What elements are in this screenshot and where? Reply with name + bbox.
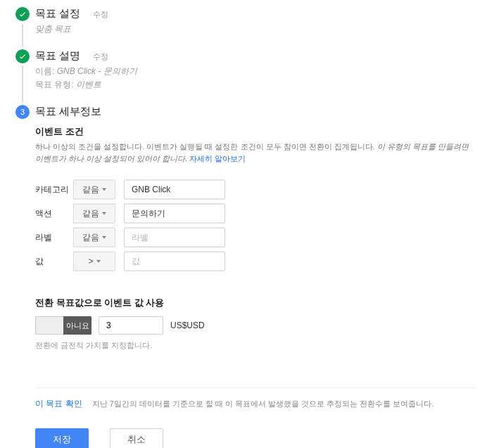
step-number-icon: 3 bbox=[15, 105, 30, 119]
verify-goal-link[interactable]: 이 목표 확인 bbox=[35, 398, 82, 410]
conversion-toggle-no[interactable]: 아니요 bbox=[63, 316, 91, 335]
step2-title[interactable]: 목표 설명 bbox=[35, 49, 80, 63]
step-goal-setup: 목표 설정 수정 맞춤 목표 bbox=[10, 7, 477, 46]
conversion-section: 전환 목표값으로 이벤트 값 사용 아니요 US$USD 전환에 금전적 가치를… bbox=[35, 297, 477, 351]
cancel-button[interactable]: 취소 bbox=[110, 428, 163, 448]
cond-input-action[interactable] bbox=[124, 204, 225, 223]
conversion-title: 전환 목표값으로 이벤트 값 사용 bbox=[35, 297, 477, 309]
check-icon bbox=[15, 7, 30, 21]
cond-label-label: 라벨 bbox=[35, 232, 73, 244]
cond-op-select-action[interactable]: 같음 bbox=[73, 204, 115, 223]
cond-op-select-label[interactable]: 같음 bbox=[73, 228, 115, 247]
step-goal-details: 3 목표 세부정보 이벤트 조건 하나 이상의 조건을 설정합니다. 이벤트가 … bbox=[10, 105, 477, 448]
conversion-desc: 전환에 금전적 가치를 지정합니다. bbox=[35, 340, 477, 351]
verify-row: 이 목표 확인 지난 7일간의 데이터를 기준으로 할 때 이 목표에서 발생했… bbox=[35, 387, 477, 410]
conversion-toggle-yes[interactable] bbox=[35, 316, 63, 335]
cond-label-category: 카테고리 bbox=[35, 184, 73, 196]
cond-row-category: 카테고리 같음 bbox=[35, 180, 477, 199]
step2-name: 이름: GNB Click - 문의하기 bbox=[35, 66, 477, 77]
step1-title[interactable]: 목표 설정 bbox=[35, 7, 80, 20]
chevron-down-icon bbox=[102, 212, 106, 215]
step1-edit-link[interactable]: 수정 bbox=[93, 9, 108, 20]
cond-input-value[interactable] bbox=[124, 251, 225, 271]
conversion-toggle[interactable]: 아니요 bbox=[35, 316, 91, 335]
cond-row-label: 라벨 같음 bbox=[35, 228, 477, 247]
chevron-down-icon bbox=[102, 188, 106, 191]
cond-input-category[interactable] bbox=[124, 180, 225, 199]
learn-more-link[interactable]: 자세히 알아보기 bbox=[189, 154, 246, 163]
verify-desc: 지난 7일간의 데이터를 기준으로 할 때 이 목표에서 발생했을 것으로 추정… bbox=[92, 399, 434, 409]
event-conditions-title: 이벤트 조건 bbox=[35, 125, 477, 138]
save-button[interactable]: 저장 bbox=[35, 428, 89, 448]
check-icon bbox=[15, 49, 30, 63]
chevron-down-icon bbox=[96, 260, 101, 263]
chevron-down-icon bbox=[102, 236, 106, 239]
cond-label-action: 액션 bbox=[35, 208, 73, 220]
step3-title: 목표 세부정보 bbox=[35, 105, 101, 118]
conditions-table: 카테고리 같음 액션 같음 라벨 같음 bbox=[35, 180, 477, 271]
action-buttons: 저장 취소 bbox=[35, 428, 477, 448]
step-goal-description: 목표 설명 수정 이름: GNB Click - 문의하기 목표 유형: 이벤트 bbox=[10, 49, 477, 102]
step1-subtitle: 맞춤 목표 bbox=[35, 23, 477, 35]
cond-row-value: 값 > bbox=[35, 251, 477, 271]
event-conditions-desc: 하나 이상의 조건을 설정합니다. 이벤트가 실행될 때 설정한 조건이 모두 … bbox=[35, 141, 477, 164]
conversion-value-input[interactable] bbox=[99, 316, 163, 335]
cond-op-select-value[interactable]: > bbox=[73, 251, 115, 271]
cond-input-label[interactable] bbox=[124, 228, 225, 247]
currency-label: US$USD bbox=[170, 321, 205, 330]
step2-edit-link[interactable]: 수정 bbox=[93, 51, 108, 62]
step2-type: 목표 유형: 이벤트 bbox=[35, 79, 477, 91]
cond-label-value: 값 bbox=[35, 256, 73, 268]
cond-row-action: 액션 같음 bbox=[35, 204, 477, 223]
cond-op-select-category[interactable]: 같음 bbox=[73, 180, 115, 199]
